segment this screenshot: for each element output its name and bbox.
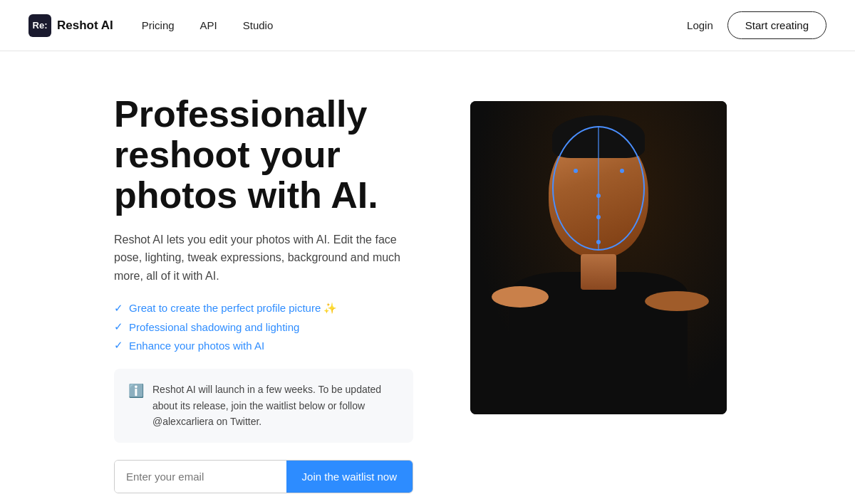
landmark-nose	[596, 194, 601, 198]
feature-item-2: ✓ Professional shadowing and lighting	[114, 320, 413, 333]
hero-image	[470, 101, 727, 414]
navbar: Re: Reshot AI Pricing API Studio Login S…	[0, 0, 855, 51]
check-icon-3: ✓	[114, 339, 123, 352]
hero-image-area	[470, 101, 741, 414]
login-button[interactable]: Login	[687, 19, 713, 31]
hero-subtitle: Reshot AI lets you edit your photos with…	[114, 231, 413, 285]
logo-icon: Re:	[28, 14, 51, 37]
logo[interactable]: Re: Reshot AI	[28, 14, 113, 37]
info-text: Reshot AI will launch in a few weeks. To…	[152, 382, 399, 429]
nav-api[interactable]: API	[200, 19, 217, 31]
hero-content: Professionally reshoot your photos with …	[114, 94, 413, 504]
email-input[interactable]	[115, 461, 286, 493]
landmark-eye-right	[620, 169, 624, 173]
waitlist-form: Join the waitlist now	[114, 460, 413, 493]
check-icon-1: ✓	[114, 302, 123, 315]
features-list: ✓ Great to create the perfect profile pi…	[114, 302, 413, 352]
info-box: ℹ️ Reshot AI will launch in a few weeks.…	[114, 369, 413, 442]
brand-name: Reshot AI	[57, 19, 113, 33]
check-icon-2: ✓	[114, 320, 123, 333]
shoulder-left	[492, 286, 549, 308]
nav-studio[interactable]: Studio	[243, 19, 274, 31]
neck	[581, 254, 616, 290]
join-waitlist-button[interactable]: Join the waitlist now	[286, 461, 413, 493]
feature-item-1: ✓ Great to create the perfect profile pi…	[114, 302, 413, 315]
feature-item-3: ✓ Enhance your photos with AI	[114, 339, 413, 352]
shoulder-right	[645, 291, 709, 311]
landmark-mouth	[596, 215, 601, 219]
landmark-chin	[596, 240, 601, 244]
face-center-line	[598, 126, 599, 251]
nav-links: Pricing API Studio	[142, 19, 687, 31]
landmark-eye-left	[574, 169, 578, 173]
nav-right: Login Start creating	[687, 11, 826, 39]
start-creating-button[interactable]: Start creating	[727, 11, 826, 39]
info-icon: ℹ️	[128, 383, 144, 429]
hero-title: Professionally reshoot your photos with …	[114, 94, 413, 216]
hero-section: Professionally reshoot your photos with …	[0, 51, 855, 504]
nav-pricing[interactable]: Pricing	[142, 19, 175, 31]
